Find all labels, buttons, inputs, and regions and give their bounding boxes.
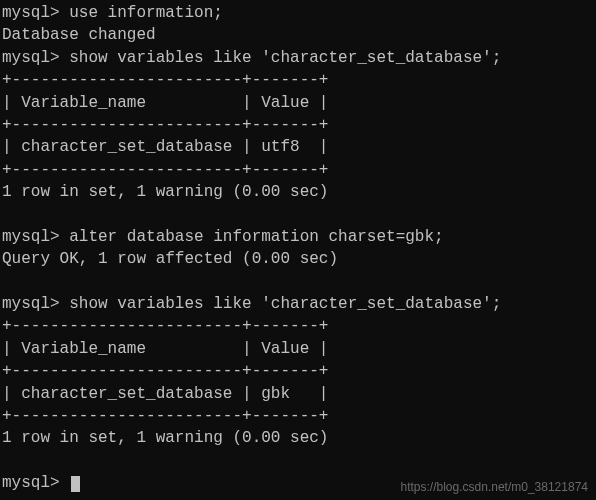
table-border: +------------------------+-------+ xyxy=(2,161,328,179)
db-changed-msg: Database changed xyxy=(2,26,156,44)
table-border: +------------------------+-------+ xyxy=(2,71,328,89)
command-show-vars-1: show variables like 'character_set_datab… xyxy=(60,49,502,67)
terminal-output[interactable]: mysql> use information; Database changed… xyxy=(2,2,594,495)
mysql-prompt: mysql> xyxy=(2,474,60,492)
mysql-prompt: mysql> xyxy=(2,4,60,22)
mysql-prompt: mysql> xyxy=(2,295,60,313)
table-header: | Variable_name | Value | xyxy=(2,340,328,358)
cursor-icon xyxy=(71,476,80,492)
table-header: | Variable_name | Value | xyxy=(2,94,328,112)
table-border: +------------------------+-------+ xyxy=(2,362,328,380)
table-row: | character_set_database | utf8 | xyxy=(2,138,328,156)
table-border: +------------------------+-------+ xyxy=(2,116,328,134)
result-summary: 1 row in set, 1 warning (0.00 sec) xyxy=(2,429,328,447)
mysql-prompt: mysql> xyxy=(2,49,60,67)
command-alter: alter database information charset=gbk; xyxy=(60,228,444,246)
query-ok-msg: Query OK, 1 row affected (0.00 sec) xyxy=(2,250,338,268)
watermark-text: https://blog.csdn.net/m0_38121874 xyxy=(401,479,588,496)
command-input[interactable] xyxy=(60,474,70,492)
table-border: +------------------------+-------+ xyxy=(2,317,328,335)
result-summary: 1 row in set, 1 warning (0.00 sec) xyxy=(2,183,328,201)
table-row: | character_set_database | gbk | xyxy=(2,385,328,403)
command-use: use information; xyxy=(60,4,223,22)
table-border: +------------------------+-------+ xyxy=(2,407,328,425)
mysql-prompt: mysql> xyxy=(2,228,60,246)
command-show-vars-2: show variables like 'character_set_datab… xyxy=(60,295,502,313)
